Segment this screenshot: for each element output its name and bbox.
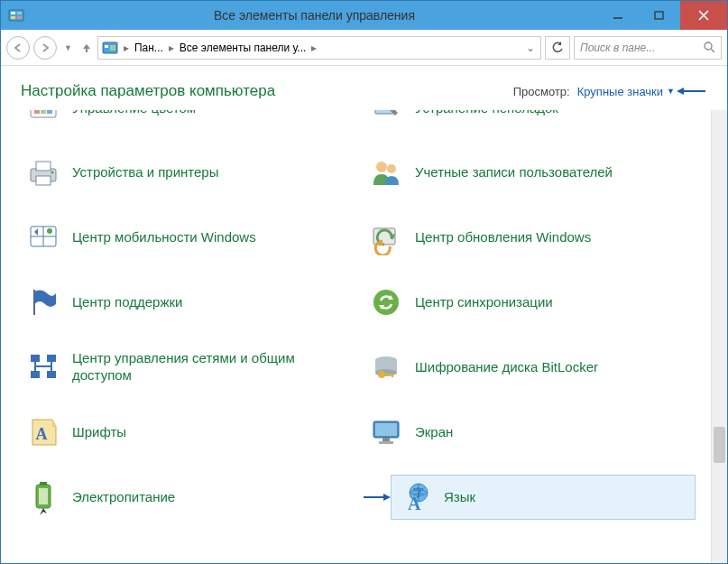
window-title: Все элементы панели управления bbox=[32, 8, 597, 23]
history-dropdown[interactable]: ▼ bbox=[60, 43, 76, 52]
cp-item-power-options[interactable]: Электропитание bbox=[19, 475, 353, 520]
item-label: Электропитание bbox=[72, 489, 175, 506]
svg-rect-1 bbox=[11, 12, 15, 14]
breadcrumb-separator: ▸ bbox=[122, 42, 131, 54]
items-grid: Управление цветом Устранение неполадок У… bbox=[19, 110, 714, 520]
up-button[interactable] bbox=[79, 42, 94, 54]
cp-item-mobility-center[interactable]: Центр мобильности Windows bbox=[19, 215, 353, 260]
cp-item-fonts[interactable]: A Шрифты bbox=[19, 410, 353, 455]
item-label: Устранение неполадок bbox=[415, 110, 558, 116]
item-label: Центр управления сетями и общим доступом bbox=[72, 350, 346, 384]
back-button[interactable] bbox=[6, 36, 30, 60]
minimize-button[interactable] bbox=[597, 1, 639, 30]
item-label: Центр мобильности Windows bbox=[72, 229, 256, 246]
svg-point-12 bbox=[705, 42, 712, 50]
item-label: Язык bbox=[444, 489, 475, 506]
view-label: Просмотр: bbox=[513, 85, 570, 98]
cp-item-display[interactable]: Экран bbox=[362, 410, 696, 455]
forward-button[interactable] bbox=[33, 36, 57, 60]
titlebar: Все элементы панели управления bbox=[1, 1, 727, 30]
svg-point-24 bbox=[376, 162, 387, 172]
svg-point-32 bbox=[373, 290, 399, 315]
content-area: Управление цветом Устранение неполадок У… bbox=[1, 109, 727, 563]
power-icon bbox=[25, 479, 61, 515]
svg-rect-36 bbox=[47, 371, 56, 378]
display-icon bbox=[368, 414, 404, 450]
fonts-icon: A bbox=[25, 414, 61, 450]
svg-line-13 bbox=[711, 49, 714, 52]
search-input[interactable]: Поиск в пане... bbox=[574, 36, 722, 60]
svg-rect-22 bbox=[36, 176, 51, 185]
svg-rect-52 bbox=[40, 482, 47, 485]
search-placeholder: Поиск в пане... bbox=[580, 42, 700, 54]
language-icon: 字A bbox=[397, 479, 433, 515]
breadcrumb-seg-2[interactable]: Все элементы панели у... bbox=[180, 42, 306, 54]
scroll-thumb[interactable] bbox=[714, 427, 725, 463]
cp-item-network-sharing[interactable]: Центр управления сетями и общим доступом bbox=[19, 345, 353, 390]
svg-rect-3 bbox=[11, 16, 15, 19]
svg-rect-21 bbox=[36, 162, 51, 171]
svg-point-25 bbox=[387, 164, 396, 173]
svg-rect-33 bbox=[31, 355, 40, 362]
cp-item-sync-center[interactable]: Центр синхронизации bbox=[362, 280, 696, 325]
control-panel-icon bbox=[102, 40, 118, 56]
network-icon bbox=[25, 349, 61, 385]
svg-rect-35 bbox=[31, 371, 40, 378]
scrollbar[interactable] bbox=[711, 110, 727, 563]
header: Настройка параметров компьютера Просмотр… bbox=[1, 66, 727, 109]
control-panel-icon bbox=[8, 7, 24, 23]
svg-rect-4 bbox=[17, 16, 22, 19]
cp-item-windows-update[interactable]: Центр обновления Windows bbox=[362, 215, 696, 260]
refresh-button[interactable] bbox=[545, 36, 570, 60]
svg-text:A: A bbox=[36, 425, 48, 443]
item-label: Устройства и принтеры bbox=[72, 164, 218, 181]
svg-text:A: A bbox=[408, 494, 421, 513]
breadcrumb-seg-1[interactable]: Пан... bbox=[134, 42, 163, 54]
cp-item-color-management[interactable]: Управление цветом bbox=[19, 110, 202, 130]
svg-rect-10 bbox=[105, 45, 108, 48]
address-bar[interactable]: ▸ Пан... ▸ Все элементы панели у... ▸ ⌄ bbox=[97, 36, 541, 60]
color-management-icon bbox=[25, 110, 61, 126]
view-mode-dropdown[interactable]: Крупные значки ▼ bbox=[577, 85, 675, 98]
view-mode-value: Крупные значки bbox=[577, 85, 663, 98]
item-label: Управление цветом bbox=[72, 110, 196, 116]
svg-rect-18 bbox=[47, 110, 52, 114]
breadcrumb-separator: ▸ bbox=[309, 42, 318, 54]
cp-item-troubleshooting[interactable]: Устранение неполадок bbox=[362, 110, 565, 130]
svg-rect-45 bbox=[392, 374, 393, 377]
flag-icon bbox=[25, 284, 61, 320]
search-icon bbox=[704, 42, 715, 53]
svg-rect-11 bbox=[110, 45, 115, 51]
annotation-arrow-icon bbox=[675, 85, 707, 97]
printer-icon bbox=[25, 154, 61, 190]
bitlocker-icon bbox=[368, 349, 404, 385]
svg-rect-34 bbox=[47, 355, 56, 362]
item-label: Центр поддержки bbox=[72, 294, 182, 311]
annotation-arrow-icon bbox=[362, 491, 392, 504]
cp-item-devices-printers[interactable]: Устройства и принтеры bbox=[19, 150, 353, 195]
cp-item-action-center[interactable]: Центр поддержки bbox=[19, 280, 353, 325]
address-dropdown[interactable]: ⌄ bbox=[524, 42, 537, 54]
svg-rect-0 bbox=[9, 10, 23, 21]
cp-item-user-accounts[interactable]: Учетные записи пользователей bbox=[362, 150, 696, 195]
mobility-icon bbox=[25, 219, 61, 255]
svg-point-23 bbox=[51, 171, 54, 174]
item-label: Шрифты bbox=[72, 424, 126, 441]
users-icon bbox=[368, 154, 404, 190]
item-label: Экран bbox=[415, 424, 453, 441]
svg-rect-53 bbox=[39, 488, 48, 504]
svg-rect-2 bbox=[17, 12, 22, 14]
maximize-button[interactable] bbox=[639, 1, 680, 30]
svg-rect-50 bbox=[379, 441, 393, 444]
close-button[interactable] bbox=[680, 1, 727, 30]
svg-rect-17 bbox=[41, 110, 46, 114]
sync-icon bbox=[368, 284, 404, 320]
windows-update-icon bbox=[368, 219, 404, 255]
chevron-down-icon: ▼ bbox=[667, 87, 675, 96]
cp-item-language[interactable]: 字A Язык bbox=[391, 475, 696, 520]
item-label: Шифрование диска BitLocker bbox=[415, 359, 598, 376]
toolbar: ▼ ▸ Пан... ▸ Все элементы панели у... ▸ … bbox=[1, 30, 727, 66]
svg-point-29 bbox=[47, 228, 52, 234]
svg-rect-48 bbox=[375, 423, 397, 436]
cp-item-bitlocker[interactable]: Шифрование диска BitLocker bbox=[362, 345, 696, 390]
